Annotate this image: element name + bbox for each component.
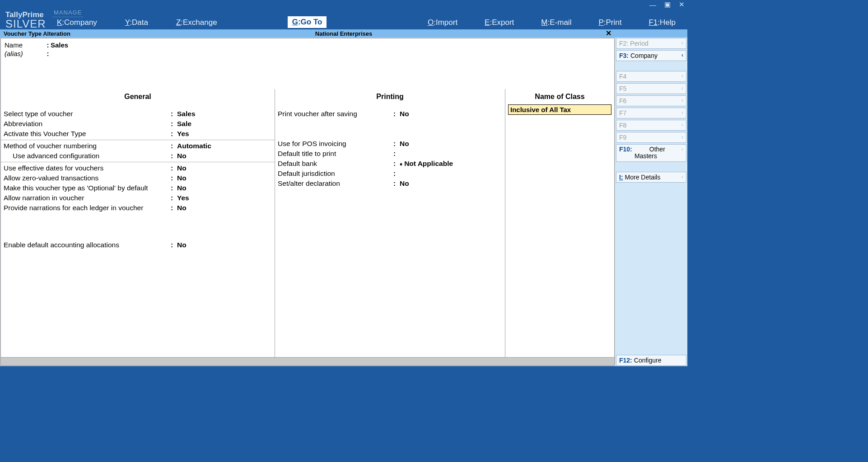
class-entry-input[interactable]: Inclusive of All Tax	[508, 104, 611, 115]
row-declaration[interactable]: Set/alter declaration : No	[278, 179, 502, 189]
row-def-bank[interactable]: Default bank : ♦Not Applicable	[278, 159, 502, 169]
alias-label: (alias)	[5, 50, 45, 57]
menu-exchange[interactable]: Z:Exchange	[173, 17, 220, 28]
row-optional[interactable]: Make this voucher type as 'Optional' by …	[4, 183, 272, 193]
row-default-alloc[interactable]: Enable default accounting allocations : …	[4, 240, 272, 250]
printing-header: Printing	[278, 92, 502, 109]
content-area: Name : Sales (alias) : General Select ty…	[0, 38, 615, 366]
side-f5: F5‹	[616, 83, 686, 94]
minimize-icon[interactable]: —	[649, 1, 656, 9]
side-f8: F8‹	[616, 120, 686, 131]
row-pos[interactable]: Use for POS invoicing : No	[278, 139, 502, 149]
menu-help[interactable]: F1:Help	[646, 17, 678, 28]
col-printing: Printing Print voucher after saving : No…	[275, 89, 505, 357]
name-value[interactable]: Sales	[51, 41, 68, 49]
chevron-left-icon: ‹	[681, 174, 683, 180]
close-icon[interactable]: ✕	[679, 0, 685, 9]
name-label: Name	[5, 41, 45, 49]
subheader-company: National Enterprises	[315, 30, 372, 37]
general-header: General	[4, 92, 272, 109]
side-more-details[interactable]: I:More Details ‹	[616, 172, 686, 183]
menu-goto[interactable]: G:Go To	[288, 16, 327, 29]
row-eff-dates[interactable]: Use effective dates for vouchers : No	[4, 163, 272, 173]
bottom-status-bar	[1, 357, 614, 365]
row-abbrev[interactable]: Abbreviation : Sale	[4, 119, 272, 129]
main-menubar: K:Company Y:Data Z:Exchange G:Go To O:Im…	[54, 16, 687, 28]
side-f7: F7‹	[616, 108, 686, 118]
side-f12-configure[interactable]: F12:Configure	[616, 355, 686, 366]
diamond-icon: ♦	[400, 161, 402, 167]
chevron-left-icon: ‹	[681, 40, 683, 46]
name-alias-block: Name : Sales (alias) :	[1, 38, 614, 89]
menu-export[interactable]: E:Export	[482, 17, 517, 28]
brand-block: TallyPrime SILVER	[0, 11, 49, 29]
side-f9: F9‹	[616, 132, 686, 143]
row-select-type[interactable]: Select type of voucher : Sales	[4, 109, 272, 119]
side-f10-other-masters[interactable]: F10:Other Masters ‹	[616, 144, 686, 162]
side-f2-period: F2:Period ‹	[616, 38, 686, 49]
menu-import[interactable]: O:Import	[425, 17, 460, 28]
brand-line2: SILVER	[5, 19, 49, 29]
side-f4: F4‹	[616, 71, 686, 82]
window-title-bar: — ▣ ✕	[0, 0, 687, 9]
window-controls: — ▣ ✕	[649, 0, 685, 9]
row-narration[interactable]: Allow narration in voucher : Yes	[4, 193, 272, 203]
menu-company[interactable]: K:Company	[54, 17, 100, 28]
right-side-panel: F2:Period ‹ F3:Company ‹ F4‹ F5‹ F6‹ F7‹…	[615, 38, 687, 366]
row-def-title[interactable]: Default title to print :	[278, 149, 502, 159]
app-header: TallyPrime SILVER MANAGE K:Company Y:Dat…	[0, 9, 687, 29]
row-activate[interactable]: Activate this Voucher Type : Yes	[4, 129, 272, 139]
col-general: General Select type of voucher : Sales A…	[1, 89, 275, 357]
row-narr-each[interactable]: Provide narrations for each ledger in vo…	[4, 203, 272, 213]
chevron-left-icon: ‹	[681, 146, 683, 152]
menu-data[interactable]: Y:Data	[122, 17, 151, 28]
side-f6: F6‹	[616, 95, 686, 106]
main-wrap: Name : Sales (alias) : General Select ty…	[0, 38, 687, 366]
panel-close-icon[interactable]: ✕	[606, 29, 611, 38]
menu-print[interactable]: P:Print	[596, 17, 624, 28]
class-header: Name of Class	[508, 92, 611, 104]
side-f3-company[interactable]: F3:Company ‹	[616, 50, 686, 61]
row-print-after-save[interactable]: Print voucher after saving : No	[278, 109, 502, 119]
col-class: Name of Class Inclusive of All Tax	[505, 89, 614, 357]
row-zero[interactable]: Allow zero-valued transactions : No	[4, 173, 272, 183]
menu-email[interactable]: M:E-mail	[538, 17, 574, 28]
columns: General Select type of voucher : Sales A…	[1, 89, 614, 357]
subheader-title: Voucher Type Alteration	[4, 30, 70, 37]
row-numbering[interactable]: Method of voucher numbering : Automatic	[4, 141, 272, 151]
manage-label[interactable]: MANAGE	[52, 9, 84, 17]
row-def-juris[interactable]: Default jurisdiction :	[278, 169, 502, 179]
subheader-bar: Voucher Type Alteration National Enterpr…	[0, 29, 687, 38]
chevron-left-icon: ‹	[681, 52, 683, 58]
maximize-icon[interactable]: ▣	[664, 0, 671, 9]
row-adv-config[interactable]: Use advanced configuration : No	[4, 151, 272, 161]
